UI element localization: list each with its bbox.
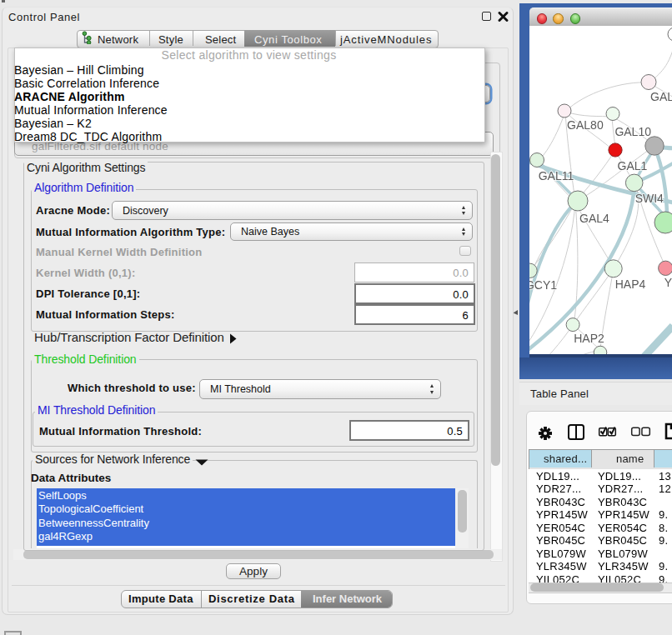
svg-text:HAP2: HAP2 xyxy=(574,332,604,345)
svg-text:SWI4: SWI4 xyxy=(635,192,664,205)
svg-text:GAL11: GAL11 xyxy=(539,169,574,182)
svg-text:GAL7: GAL7 xyxy=(650,90,672,103)
svg-text:GAL4: GAL4 xyxy=(579,212,609,225)
svg-text:GAL10: GAL10 xyxy=(614,125,651,138)
svg-text:Y: Y xyxy=(664,276,672,289)
svg-text:GAL80: GAL80 xyxy=(567,118,604,132)
svg-text:GCY1: GCY1 xyxy=(529,278,557,292)
svg-text:GAL1: GAL1 xyxy=(618,159,648,172)
svg-text:HAP4: HAP4 xyxy=(615,278,646,291)
